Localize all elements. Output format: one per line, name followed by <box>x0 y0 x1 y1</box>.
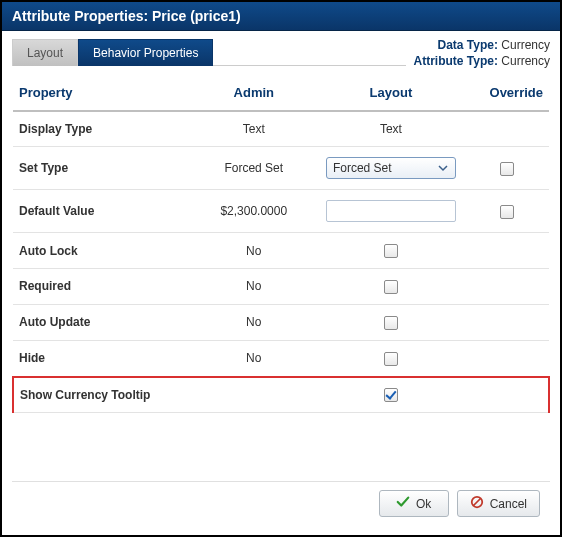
col-admin: Admin <box>191 75 317 111</box>
label-auto-lock: Auto Lock <box>13 233 191 269</box>
auto-update-checkbox[interactable] <box>384 316 398 330</box>
row-auto-lock: Auto Lock No <box>13 233 549 269</box>
svg-line-1 <box>473 499 480 506</box>
set-type-select-value: Forced Set <box>333 161 392 175</box>
dialog-window: Attribute Properties: Price (price1) Lay… <box>0 0 562 537</box>
row-hide: Hide No <box>13 340 549 376</box>
show-currency-tooltip-checkbox[interactable] <box>384 388 398 402</box>
label-show-currency-tooltip: Show Currency Tooltip <box>13 377 191 413</box>
properties-table: Property Admin Layout Override Display T… <box>12 75 550 413</box>
admin-display-type: Text <box>191 111 317 147</box>
admin-set-type: Forced Set <box>191 147 317 190</box>
ok-button-label: Ok <box>416 497 431 511</box>
auto-lock-checkbox[interactable] <box>384 244 398 258</box>
admin-default-value: $2,300.0000 <box>191 190 317 233</box>
col-property: Property <box>13 75 191 111</box>
label-auto-update: Auto Update <box>13 304 191 340</box>
layout-display-type: Text <box>317 111 466 147</box>
label-display-type: Display Type <box>13 111 191 147</box>
cancel-icon <box>470 495 484 512</box>
tab-layout[interactable]: Layout <box>12 39 78 66</box>
tabs-meta-row: Layout Behavior Properties Data Type: Cu… <box>12 38 550 69</box>
label-default-value: Default Value <box>13 190 191 233</box>
override-set-type-checkbox[interactable] <box>500 162 514 176</box>
cancel-button-label: Cancel <box>490 497 527 511</box>
check-icon <box>396 495 410 512</box>
dialog-footer: Ok Cancel <box>12 481 550 525</box>
admin-hide: No <box>191 340 317 376</box>
data-type-value: Currency <box>501 38 550 52</box>
attribute-type-label: Attribute Type: <box>414 54 498 68</box>
dialog-body: Layout Behavior Properties Data Type: Cu… <box>2 31 560 535</box>
tab-bar: Layout Behavior Properties <box>12 38 406 66</box>
admin-auto-lock: No <box>191 233 317 269</box>
row-auto-update: Auto Update No <box>13 304 549 340</box>
admin-auto-update: No <box>191 304 317 340</box>
attribute-type-value: Currency <box>501 54 550 68</box>
tab-behavior-properties[interactable]: Behavior Properties <box>78 39 213 66</box>
set-type-select[interactable]: Forced Set <box>326 157 456 179</box>
row-default-value: Default Value $2,300.0000 <box>13 190 549 233</box>
row-set-type: Set Type Forced Set Forced Set <box>13 147 549 190</box>
admin-required: No <box>191 269 317 305</box>
row-display-type: Display Type Text Text <box>13 111 549 147</box>
properties-content: Property Admin Layout Override Display T… <box>12 69 550 481</box>
override-default-value-checkbox[interactable] <box>500 205 514 219</box>
type-meta: Data Type: Currency Attribute Type: Curr… <box>414 38 550 69</box>
default-value-input[interactable] <box>326 200 456 222</box>
required-checkbox[interactable] <box>384 280 398 294</box>
label-hide: Hide <box>13 340 191 376</box>
row-required: Required No <box>13 269 549 305</box>
row-show-currency-tooltip: Show Currency Tooltip <box>13 377 549 413</box>
ok-button[interactable]: Ok <box>379 490 449 517</box>
cancel-button[interactable]: Cancel <box>457 490 540 517</box>
label-required: Required <box>13 269 191 305</box>
dialog-title: Attribute Properties: Price (price1) <box>2 2 560 31</box>
col-override: Override <box>465 75 549 111</box>
hide-checkbox[interactable] <box>384 352 398 366</box>
col-layout: Layout <box>317 75 466 111</box>
label-set-type: Set Type <box>13 147 191 190</box>
chevron-down-icon <box>435 160 451 176</box>
data-type-label: Data Type: <box>438 38 498 52</box>
